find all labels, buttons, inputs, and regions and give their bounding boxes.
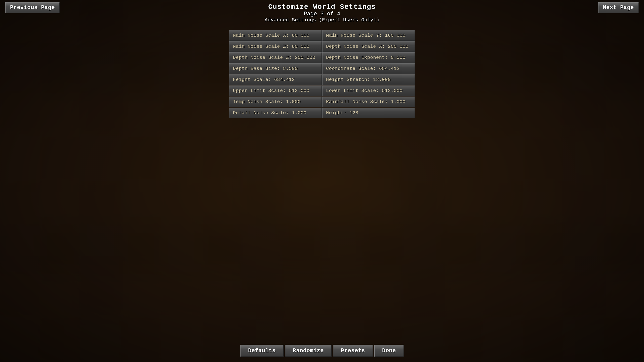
bottom-toolbar: DefaultsRandomizePresetsDone: [239, 345, 405, 357]
setting-button[interactable]: Main Noise Scale Y: 160.000: [322, 30, 415, 41]
setting-button[interactable]: Height Stretch: 12.000: [322, 74, 415, 85]
page-number: Page 3 of 4: [304, 11, 340, 17]
setting-button[interactable]: Coordinate Scale: 684.412: [322, 63, 415, 74]
setting-button[interactable]: Lower Limit Scale: 512.000: [322, 85, 415, 96]
page-title: Customize World Settings: [268, 3, 376, 11]
setting-button[interactable]: Height: 128: [322, 108, 415, 118]
setting-button[interactable]: Main Noise Scale X: 80.000: [229, 30, 322, 41]
page-subtitle: Advanced Settings (Expert Users Only!): [265, 17, 379, 23]
presets-button[interactable]: Presets: [333, 345, 373, 357]
setting-button[interactable]: Upper Limit Scale: 512.000: [229, 85, 322, 96]
setting-button[interactable]: Temp Noise Scale: 1.000: [229, 97, 322, 107]
settings-grid: Main Noise Scale X: 80.000Main Noise Sca…: [229, 30, 415, 118]
setting-button[interactable]: Main Noise Scale Z: 80.000: [229, 41, 322, 52]
setting-button[interactable]: Depth Base Size: 8.500: [229, 63, 322, 74]
setting-button[interactable]: Depth Noise Scale X: 200.000: [322, 41, 415, 52]
setting-button[interactable]: Detail Noise Scale: 1.000: [229, 108, 322, 118]
setting-button[interactable]: Depth Noise Scale Z: 200.000: [229, 52, 322, 63]
setting-button[interactable]: Rainfall Noise Scale: 1.000: [322, 97, 415, 107]
setting-button[interactable]: Height Scale: 684.412: [229, 74, 322, 85]
done-button[interactable]: Done: [374, 345, 404, 357]
page-header: Customize World Settings Page 3 of 4 Adv…: [0, 0, 644, 25]
randomize-button[interactable]: Randomize: [285, 345, 332, 357]
defaults-button[interactable]: Defaults: [240, 345, 284, 357]
setting-button[interactable]: Depth Noise Exponent: 0.500: [322, 52, 415, 63]
